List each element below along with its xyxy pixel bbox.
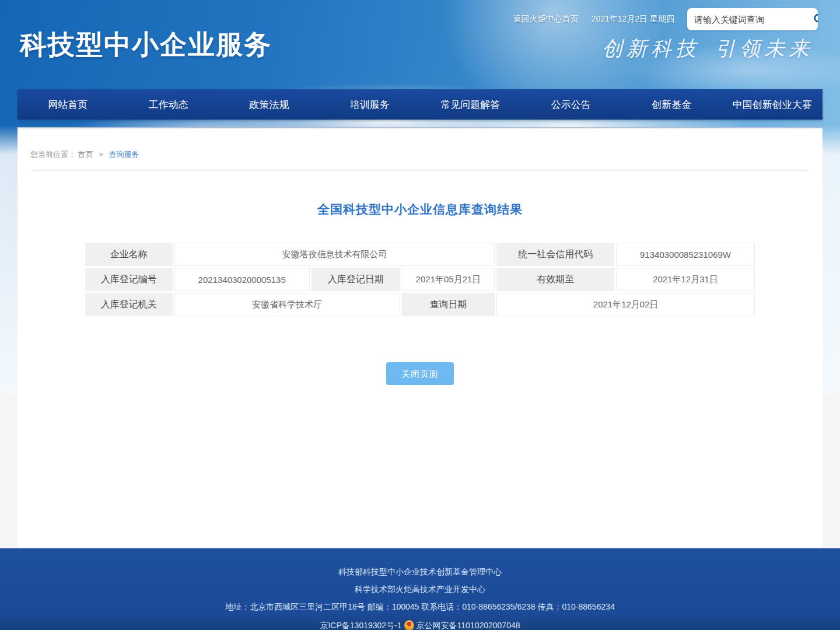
nav-item-policies[interactable]: 政策法规 [219, 89, 320, 120]
footer-org-line1: 科技部科技型中小企业技术创新基金管理中心 [0, 548, 840, 576]
nav-item-innovation-fund[interactable]: 创新基金 [621, 89, 722, 120]
torch-center-home-link[interactable]: 返回火炬中心首页 [513, 14, 579, 24]
site-logo: 科技型中小企业服务 [20, 27, 272, 63]
nav-item-competition[interactable]: 中国创新创业大赛 [722, 89, 823, 120]
content-box: 您当前位置： 首页 > 查询服务 全国科技型中小企业信息库查询结果 企业名称 安… [18, 127, 822, 548]
breadcrumb-separator: > [99, 150, 103, 159]
header: 科技型中小企业服务 返回火炬中心首页 2021年12月2日 星期四 创新科技引领… [0, 0, 840, 127]
nav-item-announcements[interactable]: 公示公告 [521, 89, 622, 120]
close-page-button[interactable]: 关闭页面 [386, 362, 454, 385]
nav-item-training[interactable]: 培训服务 [320, 89, 421, 120]
nav-item-work-news[interactable]: 工作动态 [118, 89, 219, 120]
top-bar: 返回火炬中心首页 2021年12月2日 星期四 [513, 8, 818, 30]
search-icon [813, 12, 818, 26]
query-result-table: 企业名称 安徽塔孜信息技术有限公司 统一社会信用代码 9134030008523… [83, 241, 757, 318]
icp-license-link[interactable]: 京ICP备13019302号-1 [320, 621, 401, 629]
nav-item-home[interactable]: 网站首页 [18, 89, 118, 120]
company-name-value: 安徽塔孜信息技术有限公司 [174, 243, 495, 266]
reg-date-value: 2021年05月21日 [402, 268, 495, 291]
footer-contact-line: 地址：北京市西城区三里河二区甲18号 邮编：100045 联系电话：010-88… [0, 603, 840, 611]
reg-authority-value: 安徽省科学技术厅 [174, 293, 400, 316]
footer-beian-line: 京ICP备13019302号-1 京公网安备11010202007048 [0, 620, 840, 630]
reg-authority-label: 入库登记机关 [85, 293, 173, 316]
header-slogan: 创新科技引领未来 [602, 35, 813, 62]
reg-date-label: 入库登记日期 [312, 268, 400, 291]
footer: 科技部科技型中小企业技术创新基金管理中心 科学技术部火炬高技术产业开发中心 地址… [0, 548, 840, 630]
table-row-registration: 入库登记编号 202134030200005135 入库登记日期 2021年05… [85, 268, 755, 291]
breadcrumb: 您当前位置： 首页 > 查询服务 [30, 128, 810, 171]
button-row: 关闭页面 [18, 362, 822, 385]
footer-org-line2: 科学技术部火炬高技术产业开发中心 [0, 585, 840, 593]
current-date-text: 2021年12月2日 星期四 [592, 14, 674, 24]
public-security-emblem-icon [404, 620, 414, 630]
query-date-label: 查询日期 [402, 293, 495, 316]
main-nav: 网站首页 工作动态 政策法规 培训服务 常见问题解答 公示公告 创新基金 中国创… [18, 89, 822, 120]
query-date-value: 2021年12月02日 [496, 293, 755, 316]
search-input[interactable] [687, 15, 813, 24]
psb-license-link[interactable]: 京公网安备11010202007048 [416, 621, 520, 629]
table-row-company: 企业名称 安徽塔孜信息技术有限公司 统一社会信用代码 9134030008523… [85, 243, 755, 266]
search-button[interactable] [813, 8, 818, 30]
table-row-authority: 入库登记机关 安徽省科学技术厅 查询日期 2021年12月02日 [85, 293, 755, 316]
breadcrumb-current-link[interactable]: 查询服务 [108, 150, 139, 159]
reg-no-label: 入库登记编号 [85, 268, 173, 291]
company-name-label: 企业名称 [85, 243, 173, 266]
page-root: 科技型中小企业服务 返回火炬中心首页 2021年12月2日 星期四 创新科技引领… [0, 0, 840, 630]
valid-until-label: 有效期至 [496, 268, 614, 291]
credit-code-label: 统一社会信用代码 [496, 243, 614, 266]
breadcrumb-home-link[interactable]: 首页 [78, 150, 93, 159]
valid-until-value: 2021年12月31日 [616, 268, 755, 291]
credit-code-value: 91340300085231069W [616, 243, 755, 266]
search-box [687, 8, 818, 30]
breadcrumb-prefix: 您当前位置： [30, 150, 76, 159]
reg-no-value: 202134030200005135 [174, 268, 310, 291]
nav-item-faq[interactable]: 常见问题解答 [420, 89, 521, 120]
page-title: 全国科技型中小企业信息库查询结果 [18, 201, 822, 218]
